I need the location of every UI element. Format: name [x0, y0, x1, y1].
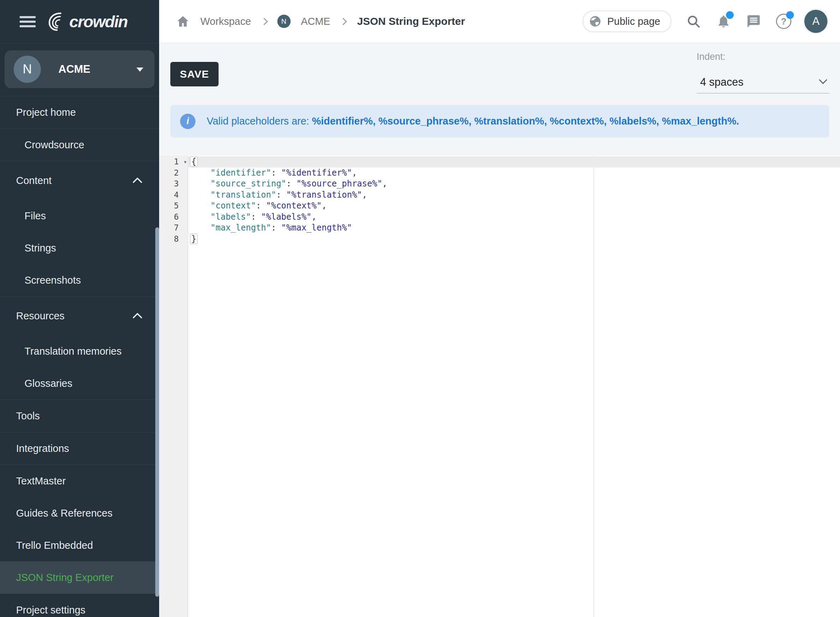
sidebar-item-files[interactable]: Files: [0, 200, 159, 232]
hamburger-menu-icon[interactable]: [19, 14, 36, 30]
sidebar-item-label: Strings: [25, 242, 56, 254]
code-line-4: "translation": "%translation%",: [188, 190, 840, 201]
chevron-down-icon: [819, 75, 827, 84]
editor-gutter: 1▾2345678: [159, 156, 188, 617]
code-token: "%translation%": [286, 190, 362, 200]
chat-icon: [746, 14, 761, 29]
sidebar-item-project-settings[interactable]: Project settings: [0, 594, 159, 617]
home-icon[interactable]: [176, 14, 190, 28]
sidebar-item-json-string-exporter[interactable]: JSON String Exporter: [0, 561, 159, 593]
sidebar-item-label: Glossaries: [25, 378, 72, 389]
code-token: "max_length": [211, 223, 271, 233]
chevron-up-icon: [133, 177, 142, 187]
code-editor[interactable]: 1▾2345678 { "identifier": "%identifier%"…: [159, 156, 840, 617]
sidebar-item-resources[interactable]: Resources: [0, 297, 159, 335]
indent-selected-value: 4 spaces: [697, 76, 743, 89]
code-token: "%labels%": [261, 212, 312, 222]
breadcrumb-workspace[interactable]: Workspace: [200, 16, 251, 27]
user-avatar[interactable]: A: [804, 10, 827, 33]
public-page-button[interactable]: Public page: [583, 10, 672, 32]
messages-button[interactable]: [746, 13, 762, 30]
code-token: }: [190, 234, 197, 244]
code-line-5: "context": "%context%",: [188, 201, 840, 212]
line-number: 7: [159, 223, 188, 234]
indent-label: Indent:: [697, 52, 830, 62]
sidebar-nav: Project homeCrowdsourceContentFilesStrin…: [0, 96, 159, 617]
breadcrumb-page-title: JSON String Exporter: [357, 15, 465, 27]
chevron-right-icon: [260, 18, 268, 25]
project-switcher[interactable]: N ACME: [4, 50, 155, 88]
code-line-6: "labels": "%labels%",: [188, 212, 840, 223]
code-token: "%context%": [266, 201, 322, 211]
public-page-label: Public page: [607, 16, 660, 27]
chevron-up-icon: [133, 313, 142, 322]
line-number: 6: [159, 212, 188, 223]
code-token: [190, 212, 211, 222]
sidebar-item-project-home[interactable]: Project home: [0, 96, 159, 128]
sidebar-item-content[interactable]: Content: [0, 161, 159, 200]
line-number: 8: [159, 234, 188, 245]
notifications-button[interactable]: [716, 13, 732, 30]
line-number: 2: [159, 168, 188, 179]
main-content: SAVE Indent: 4 spaces i Valid placeholde…: [159, 43, 840, 617]
code-token: [190, 223, 211, 233]
sidebar-item-guides-references[interactable]: Guides & References: [0, 497, 159, 529]
top-bar-actions: Public page ? A: [583, 10, 840, 33]
code-token: "%max_length%": [281, 223, 352, 233]
breadcrumb-project-avatar[interactable]: N: [277, 15, 290, 28]
code-token: {: [190, 156, 197, 167]
code-token: ,: [322, 201, 327, 211]
sidebar-item-tools[interactable]: Tools: [0, 400, 159, 432]
crowdin-logo[interactable]: crowdin: [45, 10, 127, 33]
breadcrumb: Workspace N ACME JSON String Exporter: [159, 14, 465, 28]
sidebar-scrollbar-thumb[interactable]: [155, 227, 159, 597]
sidebar-item-label: Screenshots: [25, 275, 81, 286]
indent-select[interactable]: 4 spaces: [697, 71, 830, 93]
code-token: :: [256, 201, 266, 211]
code-token: "translation": [211, 190, 276, 200]
project-avatar: N: [14, 56, 41, 83]
sidebar-item-screenshots[interactable]: Screenshots: [0, 264, 159, 296]
sidebar-item-label: Trello Embedded: [16, 540, 93, 551]
breadcrumb-project[interactable]: ACME: [301, 16, 330, 27]
sidebar-item-label: Resources: [16, 310, 65, 322]
sidebar-item-label: Project home: [16, 107, 76, 118]
sidebar-item-glossaries[interactable]: Glossaries: [0, 367, 159, 399]
code-token: :: [276, 190, 286, 200]
sidebar-item-label: Translation memories: [25, 345, 122, 357]
sidebar-item-integrations[interactable]: Integrations: [0, 432, 159, 465]
code-token: ,: [312, 212, 317, 222]
help-button[interactable]: ?: [776, 13, 792, 30]
code-line-3: "source_string": "%source_phrase%",: [188, 179, 840, 190]
line-number: 1▾: [159, 156, 188, 168]
info-banner-text: Valid placeholders are: %identifier%, %s…: [207, 115, 739, 127]
sidebar-item-label: Files: [25, 210, 46, 222]
help-badge: [786, 11, 794, 19]
crowdin-bird-icon: [45, 10, 67, 33]
sidebar-item-trello-embedded[interactable]: Trello Embedded: [0, 529, 159, 561]
sidebar-item-translation-memories[interactable]: Translation memories: [0, 335, 159, 367]
sidebar-item-label: Project settings: [16, 604, 85, 616]
sidebar-item-strings[interactable]: Strings: [0, 232, 159, 264]
code-token: :: [271, 223, 281, 233]
sidebar-item-textmaster[interactable]: TextMaster: [0, 465, 159, 497]
info-banner: i Valid placeholders are: %identifier%, …: [170, 105, 829, 137]
save-button[interactable]: SAVE: [170, 62, 218, 86]
code-token: "labels": [211, 212, 251, 222]
sidebar-header: crowdin: [0, 0, 159, 43]
code-fold-icon[interactable]: ▾: [183, 156, 187, 168]
line-number: 5: [159, 201, 188, 212]
code-token: ,: [352, 168, 357, 178]
sidebar: crowdin N ACME Project homeCrowdsourceCo…: [0, 0, 159, 617]
code-token: ,: [362, 190, 367, 200]
code-token: "identifier": [211, 168, 271, 178]
code-token: ,: [382, 179, 387, 189]
info-icon: i: [180, 114, 196, 129]
sidebar-item-label: Content: [16, 175, 52, 186]
code-token: "context": [211, 201, 256, 211]
sidebar-item-crowdsource[interactable]: Crowdsource: [0, 129, 159, 161]
indent-control: Indent: 4 spaces: [697, 52, 830, 93]
search-button[interactable]: [685, 13, 701, 30]
code-token: [190, 201, 211, 211]
editor-code-area[interactable]: { "identifier": "%identifier%", "source_…: [188, 156, 840, 617]
